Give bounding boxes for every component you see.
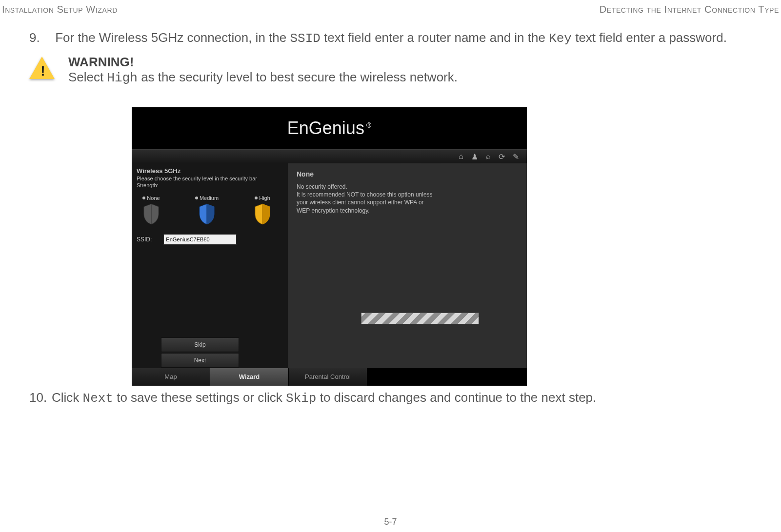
security-info-line3: your wireless client cannot support eith…	[297, 198, 518, 206]
security-info-title: None	[297, 170, 518, 178]
shield-none-icon	[142, 203, 160, 225]
warning-text-a: Select	[68, 70, 107, 84]
router-brand: EnGenius®	[287, 118, 371, 138]
warning-icon: !	[29, 57, 57, 84]
step-9-text-b: text field enter a router name and in th…	[320, 30, 549, 45]
warning-block: ! WARNING! Select High as the security l…	[29, 55, 781, 85]
ssid-label: SSID:	[137, 236, 152, 243]
home-icon[interactable]: ⌂	[459, 152, 463, 161]
tab-map[interactable]: Map	[132, 368, 210, 386]
shield-medium-icon	[198, 203, 216, 225]
step-9-text-a: For the Wireless 5GHz connection, in the	[55, 30, 290, 45]
warning-text-b: as the security level to best secure the…	[138, 70, 458, 84]
progress-bar	[361, 313, 479, 324]
security-info-line2: It is recommended NOT to choose this opt…	[297, 191, 518, 198]
wireless-sub: Please choose the security level in the …	[137, 176, 283, 181]
tab-filler	[367, 368, 527, 386]
tool-icon[interactable]: ⌕	[486, 152, 491, 161]
header-left: Installation Setup Wizard	[2, 4, 118, 15]
router-left-panel: Wireless 5GHz Please choose the security…	[132, 163, 288, 368]
step-10-code-next: Next	[83, 391, 113, 406]
refresh-icon[interactable]: ⟳	[499, 152, 505, 161]
step-9-code-ssid: SSID	[290, 31, 320, 46]
router-toolbar: ⌂ ♟ ⌕ ⟳ ✎	[132, 149, 527, 163]
step-10-text-c: to discard changes and continue to the n…	[316, 390, 596, 405]
save-icon[interactable]: ✎	[513, 152, 519, 161]
security-none-label: None	[147, 195, 160, 201]
warning-code-high: High	[107, 71, 138, 85]
step-10-text-b: to save these settings or click	[113, 390, 286, 405]
warning-title: WARNING!	[68, 55, 458, 70]
shield-high-icon	[253, 203, 272, 225]
security-info-line4: WEP encryption technology.	[297, 207, 518, 215]
ssid-input[interactable]	[163, 234, 237, 245]
step-10-text-a: Click	[52, 390, 83, 405]
tab-parental-control[interactable]: Parental Control	[289, 368, 367, 386]
step-9-text-c: text field enter a password.	[572, 30, 727, 45]
page-number: 5-7	[0, 517, 781, 527]
security-medium-option[interactable]: Medium	[192, 195, 221, 225]
router-right-panel: None No security offered. It is recommen…	[288, 163, 527, 368]
step-9-code-key: Key	[549, 31, 572, 46]
user-icon[interactable]: ♟	[471, 152, 478, 161]
router-logo-row: EnGenius®	[132, 107, 527, 149]
step-9-line: 9. For the Wireless 5GHz connection, in …	[29, 30, 781, 46]
step-10-code-skip: Skip	[286, 391, 316, 406]
strength-label: Strength:	[137, 182, 283, 188]
security-high-label: High	[259, 195, 270, 201]
tab-wizard[interactable]: Wizard	[210, 368, 289, 386]
step-9-num: 9.	[29, 30, 52, 45]
warning-body: Select High as the security level to bes…	[68, 70, 458, 85]
security-medium-label: Medium	[200, 195, 219, 201]
step-10-num: 10.	[29, 390, 52, 405]
security-info-line1: No security offered.	[297, 183, 518, 191]
next-button[interactable]: Next	[161, 353, 239, 368]
step-10-line: 10.Click Next to save these settings or …	[29, 390, 596, 406]
skip-button[interactable]: Skip	[161, 337, 239, 352]
router-screenshot: EnGenius® ⌂ ♟ ⌕ ⟳ ✎ Wireless 5GHz Please…	[132, 107, 527, 385]
security-high-option[interactable]: High	[248, 195, 277, 225]
header-right: Detecting the Internet Connection Type	[600, 4, 779, 15]
security-none-option[interactable]: None	[137, 195, 166, 225]
wireless-title: Wireless 5GHz	[137, 167, 283, 175]
